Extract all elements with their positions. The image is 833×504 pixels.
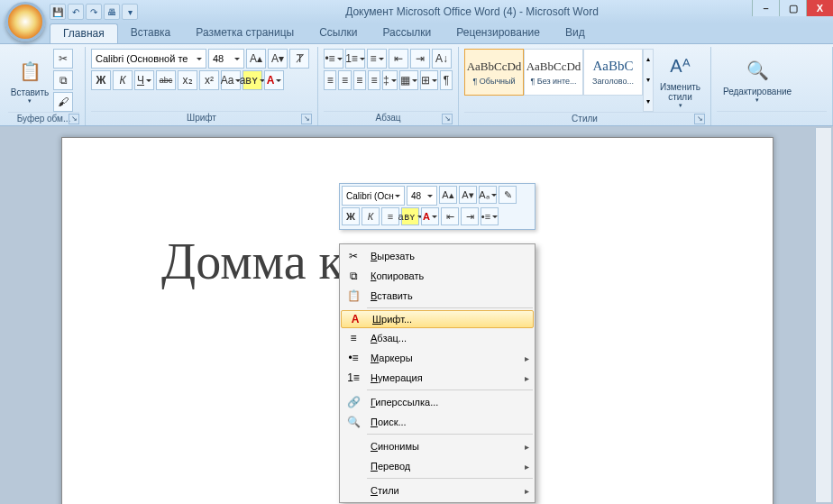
clipboard-launcher[interactable]: ↘ — [69, 114, 79, 124]
find-icon: 🔍 — [743, 56, 772, 85]
menu-paste[interactable]: 📋Вставить — [340, 286, 535, 306]
menu-hyperlink[interactable]: 🔗Гиперссылка... — [340, 392, 535, 412]
highlight-button[interactable]: aʙʏ — [243, 70, 262, 90]
tab-references[interactable]: Ссылки — [307, 23, 370, 43]
undo-icon[interactable]: ↶ — [68, 4, 84, 20]
superscript-button[interactable]: x² — [199, 70, 219, 90]
grow-font-button[interactable]: A▴ — [246, 49, 266, 69]
clipboard-icon: 📋 — [15, 57, 44, 86]
font-launcher[interactable]: ↘ — [301, 114, 312, 124]
tab-home[interactable]: Главная — [50, 23, 118, 43]
menu-bullets[interactable]: •≡Маркеры — [340, 348, 535, 368]
font-size-combo[interactable]: 48 — [208, 49, 244, 69]
bullets-button[interactable]: •≡ — [324, 49, 343, 69]
mini-toolbar: Calibri (Осн 48 A▴ A▾ Aₐ ✎ Ж К ≡ aʙʏ A ⇤… — [339, 183, 536, 230]
mini-styles-button[interactable]: Aₐ — [479, 186, 497, 204]
quick-access-toolbar: 💾 ↶ ↷ 🖶 ▾ — [50, 4, 138, 20]
close-button[interactable]: X — [806, 0, 833, 16]
menu-numbering[interactable]: 1≡Нумерация — [340, 368, 535, 388]
menu-search[interactable]: 🔍Поиск... — [340, 412, 535, 432]
vertical-scrollbar[interactable] — [815, 128, 831, 502]
print-icon[interactable]: 🖶 — [104, 4, 120, 20]
show-marks-button[interactable]: ¶ — [440, 70, 453, 90]
tab-insert[interactable]: Вставка — [118, 23, 184, 43]
mini-bold-button[interactable]: Ж — [342, 207, 360, 225]
editing-button[interactable]: 🔍 Редактирование▾ — [717, 49, 798, 111]
mini-center-button[interactable]: ≡ — [381, 207, 399, 225]
mini-bullets-button[interactable]: •≡ — [481, 207, 499, 225]
font-color-button[interactable]: A — [264, 70, 284, 90]
menu-synonyms[interactable]: Синонимы — [340, 436, 535, 456]
numbering-button[interactable]: 1≡ — [345, 49, 365, 69]
mini-color-button[interactable]: A — [421, 207, 439, 225]
office-button[interactable] — [5, 2, 45, 41]
paste-button[interactable]: 📋 Вставить▾ — [8, 49, 51, 112]
menu-paragraph[interactable]: ≡Абзац... — [340, 328, 535, 348]
redo-icon[interactable]: ↷ — [86, 4, 102, 20]
tab-view[interactable]: Вид — [553, 23, 598, 43]
styles-launcher[interactable]: ↘ — [694, 114, 705, 124]
menu-styles[interactable]: Стили — [340, 481, 535, 500]
qat-dropdown-icon[interactable]: ▾ — [122, 4, 138, 20]
maximize-button[interactable]: ▢ — [779, 0, 806, 16]
window-title: Документ Microsoft Office Word (4) - Mic… — [201, 5, 833, 18]
font-name-combo[interactable]: Calibri (Основной те — [91, 49, 206, 69]
mini-grow-button[interactable]: A▴ — [439, 186, 457, 204]
shading-button[interactable]: ▦ — [399, 70, 418, 90]
align-left-button[interactable]: ≡ — [324, 70, 336, 90]
mini-italic-button[interactable]: К — [362, 207, 380, 225]
save-icon[interactable]: 💾 — [50, 4, 66, 20]
change-case-button[interactable]: Aa — [221, 70, 241, 90]
styles-more-icon[interactable]: ▾ — [644, 97, 653, 105]
format-painter-button[interactable]: 🖌 — [53, 92, 73, 112]
tab-mailings[interactable]: Рассылки — [370, 23, 444, 43]
italic-button[interactable]: К — [113, 70, 133, 90]
justify-button[interactable]: ≡ — [368, 70, 380, 90]
bold-button[interactable]: Ж — [91, 70, 111, 90]
mini-inc-indent-button[interactable]: ⇥ — [461, 207, 479, 225]
shrink-font-button[interactable]: A▾ — [268, 49, 288, 69]
clear-format-button[interactable]: Ⱦ — [289, 49, 309, 69]
style-tile-nospacing[interactable]: AaBbCcDd¶ Без инте... — [524, 49, 583, 96]
menu-translate[interactable]: Перевод — [340, 456, 535, 476]
style-tile-normal[interactable]: AaBbCcDd¶ Обычный — [464, 49, 524, 96]
ribbon: 📋 Вставить▾ ✂ ⧉ 🖌 Буфер обм...↘ Calibri … — [0, 43, 833, 126]
mini-painter-button[interactable]: ✎ — [499, 186, 517, 204]
multilevel-button[interactable]: ≡ — [367, 49, 387, 69]
line-spacing-button[interactable]: ‡ — [382, 70, 398, 90]
mini-font-combo[interactable]: Calibri (Осн — [342, 186, 405, 206]
mini-shrink-button[interactable]: A▾ — [459, 186, 477, 204]
align-center-button[interactable]: ≡ — [338, 70, 351, 90]
menu-copy[interactable]: ⧉Копировать — [340, 266, 535, 286]
mini-size-combo[interactable]: 48 — [407, 186, 437, 206]
tab-layout[interactable]: Разметка страницы — [183, 23, 307, 43]
borders-button[interactable]: ⊞ — [420, 70, 438, 90]
styles-up-icon[interactable]: ▴ — [644, 55, 653, 63]
change-styles-icon: Aᴬ — [666, 51, 695, 80]
sort-button[interactable]: A↓ — [432, 49, 452, 69]
numbering-icon: 1≡ — [343, 370, 363, 386]
mini-dec-indent-button[interactable]: ⇤ — [441, 207, 459, 225]
cut-button[interactable]: ✂ — [53, 49, 73, 69]
style-tile-heading[interactable]: AaBbCЗаголово... — [583, 49, 643, 96]
inc-indent-button[interactable]: ⇥ — [410, 49, 430, 69]
tab-review[interactable]: Рецензирование — [444, 23, 553, 43]
group-editing: 🔍 Редактирование▾ — [711, 47, 833, 125]
copy-button[interactable]: ⧉ — [53, 70, 73, 90]
menu-cut[interactable]: ✂Вырезать — [340, 246, 535, 266]
underline-button[interactable]: Ч — [134, 70, 154, 90]
minimize-button[interactable]: – — [752, 0, 779, 16]
subscript-button[interactable]: x₂ — [178, 70, 197, 90]
change-styles-button[interactable]: Aᴬ Изменить стили▾ — [655, 49, 705, 112]
group-styles: AaBbCcDd¶ Обычный AaBbCcDd¶ Без инте... … — [459, 47, 711, 125]
group-label-styles: Стили — [572, 114, 598, 124]
dec-indent-button[interactable]: ⇤ — [389, 49, 408, 69]
styles-down-icon[interactable]: ▾ — [644, 76, 653, 84]
menu-font[interactable]: AШрифт... — [341, 310, 534, 328]
group-label-paragraph: Абзац — [375, 113, 400, 123]
strike-button[interactable]: abc — [156, 70, 176, 90]
align-right-button[interactable]: ≡ — [353, 70, 366, 90]
para-launcher[interactable]: ↘ — [442, 114, 453, 124]
mini-highlight-button[interactable]: aʙʏ — [401, 207, 419, 225]
group-clipboard: 📋 Вставить▾ ✂ ⧉ 🖌 Буфер обм...↘ — [3, 47, 86, 125]
